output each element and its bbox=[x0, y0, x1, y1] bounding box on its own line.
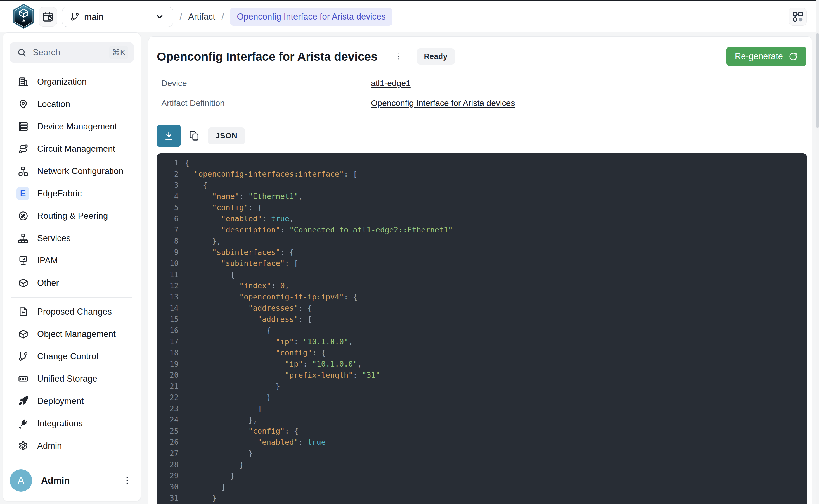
sidebar-item-deployment[interactable]: Deployment bbox=[6, 390, 138, 412]
user-menu[interactable]: A Admin bbox=[10, 467, 134, 494]
code-text: "enabled": true bbox=[185, 437, 326, 448]
page-scrollbar-thumb[interactable] bbox=[816, 33, 819, 128]
code-text: { bbox=[185, 325, 271, 336]
code-text: }, bbox=[185, 236, 221, 247]
page-scrollbar[interactable] bbox=[816, 0, 819, 504]
regenerate-button[interactable]: Re-generate bbox=[727, 47, 806, 66]
sidebar-item-circuit-management[interactable]: Circuit Management bbox=[6, 138, 138, 160]
code-line: 11 { bbox=[157, 269, 807, 280]
line-number: 31 bbox=[157, 493, 179, 504]
chevron-down-icon bbox=[155, 12, 164, 22]
breadcrumb-root[interactable]: Artifact bbox=[188, 12, 215, 22]
line-number: 18 bbox=[157, 347, 179, 358]
code-text: ] bbox=[185, 481, 225, 493]
line-number: 17 bbox=[157, 336, 179, 347]
sidebar-item-label: Organization bbox=[37, 77, 87, 87]
line-number: 23 bbox=[157, 403, 179, 414]
breadcrumb-current[interactable]: Openconfig Interface for Arista devices bbox=[230, 8, 392, 26]
artifact-detail-panel: Openconfig Interface for Arista devices … bbox=[148, 36, 812, 504]
sidebar-item-label: Services bbox=[37, 233, 71, 243]
sidebar-item-edgefabric[interactable]: EEdgeFabric bbox=[6, 182, 138, 205]
artifact-kebab-button[interactable] bbox=[392, 48, 405, 65]
code-line: 12 "index": 0, bbox=[157, 280, 807, 291]
search-icon bbox=[17, 48, 27, 57]
app-logo[interactable] bbox=[12, 4, 35, 30]
sidebar-item-object-management[interactable]: Object Management bbox=[6, 323, 138, 345]
code-viewer[interactable]: 1{2 "openconfig-interfaces:interface": [… bbox=[157, 153, 807, 504]
sidebar-item-network-configuration[interactable]: Network Configuration bbox=[6, 160, 138, 182]
regenerate-label: Re-generate bbox=[735, 51, 783, 61]
sidebar-item-device-management[interactable]: Device Management bbox=[6, 115, 138, 138]
user-name: Admin bbox=[41, 475, 120, 486]
line-number: 2 bbox=[157, 168, 179, 180]
code-text: { bbox=[185, 157, 189, 168]
map-pin-icon bbox=[17, 98, 29, 110]
field-label: Artifact Definition bbox=[161, 98, 371, 108]
user-kebab-button[interactable] bbox=[120, 472, 134, 489]
download-button[interactable] bbox=[157, 125, 181, 147]
kebab-icon bbox=[395, 52, 403, 61]
line-number: 10 bbox=[157, 258, 179, 269]
sidebar-item-integrations[interactable]: Integrations bbox=[6, 412, 138, 435]
code-line: 24 }, bbox=[157, 414, 807, 425]
search-shortcut: ⌘K bbox=[109, 46, 128, 59]
line-number: 20 bbox=[157, 370, 179, 381]
server-icon bbox=[17, 120, 29, 133]
breadcrumb-separator: / bbox=[179, 11, 182, 22]
code-text: } bbox=[185, 470, 235, 481]
code-text: } bbox=[185, 381, 280, 392]
sidebar-item-ipam[interactable]: IPIPAM bbox=[6, 249, 138, 272]
search-placeholder: Search bbox=[33, 47, 109, 58]
line-number: 4 bbox=[157, 191, 179, 202]
sidebar-item-routing-peering[interactable]: Routing & Peering bbox=[6, 205, 138, 227]
sidebar-divider bbox=[11, 297, 132, 298]
sidebar-item-proposed-changes[interactable]: Proposed Changes bbox=[6, 301, 138, 323]
code-line: 7 "description": "Connected to atl1-edge… bbox=[157, 224, 807, 236]
code-line: 4 "name": "Ethernet1", bbox=[157, 191, 807, 202]
code-text: ] bbox=[185, 403, 262, 414]
copy-button[interactable] bbox=[186, 128, 202, 144]
page-title: Openconfig Interface for Arista devices bbox=[157, 50, 377, 63]
code-text: "openconfig-interfaces:interface": [ bbox=[185, 168, 357, 180]
code-line: 9 "subinterfaces": { bbox=[157, 247, 807, 258]
code-line: 31 } bbox=[157, 493, 807, 504]
branch-selector[interactable]: main bbox=[62, 7, 173, 27]
code-text: "description": "Connected to atl1-edge2:… bbox=[185, 224, 453, 236]
line-number: 5 bbox=[157, 202, 179, 213]
git-branch-icon bbox=[70, 12, 80, 22]
breadcrumb-separator: / bbox=[221, 11, 224, 22]
sidebar-item-admin[interactable]: Admin bbox=[6, 435, 138, 457]
sidebar-item-organization[interactable]: Organization bbox=[6, 71, 138, 93]
router-icon bbox=[17, 210, 29, 222]
code-text: "address": [ bbox=[185, 314, 312, 325]
sidebar-item-other[interactable]: Other bbox=[6, 272, 138, 294]
network-icon bbox=[17, 165, 29, 177]
line-number: 14 bbox=[157, 303, 179, 314]
line-number: 30 bbox=[157, 481, 179, 493]
branch-dropdown-toggle[interactable] bbox=[146, 12, 173, 22]
calendar-clock-button[interactable] bbox=[39, 7, 57, 27]
field-label: Device bbox=[161, 79, 371, 88]
package-icon bbox=[17, 277, 29, 289]
branch-name: main bbox=[84, 12, 103, 22]
search-input[interactable]: Search ⌘K bbox=[10, 42, 134, 63]
workflow-button[interactable] bbox=[789, 8, 807, 26]
code-line: 25 "config": { bbox=[157, 425, 807, 437]
gear-icon bbox=[17, 440, 29, 452]
sidebar-item-change-control[interactable]: Change Control bbox=[6, 345, 138, 368]
sidebar-item-location[interactable]: Location bbox=[6, 93, 138, 115]
code-text: "config": { bbox=[185, 347, 326, 358]
sidebar-item-services[interactable]: Services bbox=[6, 227, 138, 249]
sidebar-item-label: Object Management bbox=[37, 329, 116, 339]
topbar: main / Artifact / Openconfig Interface f… bbox=[0, 1, 819, 32]
field-value-link[interactable]: atl1-edge1 bbox=[371, 79, 411, 88]
avatar: A bbox=[10, 469, 32, 492]
line-number: 6 bbox=[157, 213, 179, 224]
code-line: 6 "enabled": true, bbox=[157, 213, 807, 224]
line-number: 8 bbox=[157, 236, 179, 247]
field-value-link[interactable]: Openconfig Interface for Arista devices bbox=[371, 98, 515, 108]
code-line: 27 } bbox=[157, 448, 807, 459]
code-line: 15 "address": [ bbox=[157, 314, 807, 325]
code-line: 1{ bbox=[157, 157, 807, 168]
sidebar-item-unified-storage[interactable]: Unified Storage bbox=[6, 368, 138, 390]
